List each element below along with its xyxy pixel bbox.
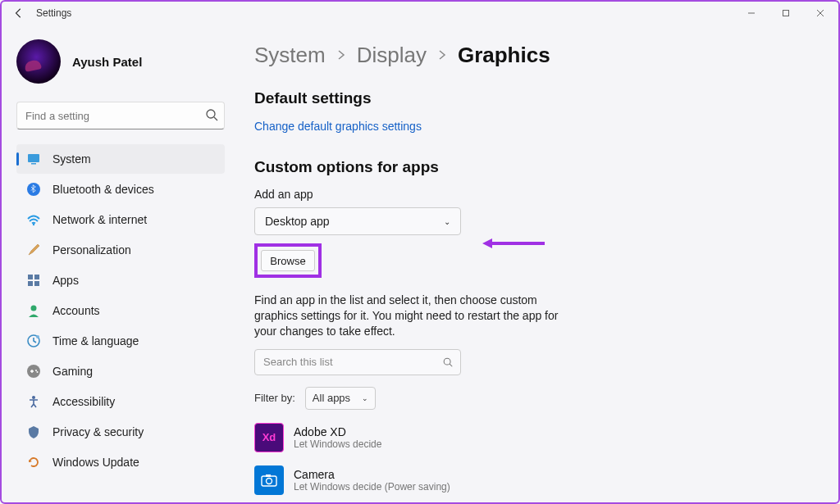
sidebar-item-label: Privacy & security bbox=[52, 425, 144, 438]
app-item[interactable]: Camera Let Windows decide (Power saving) bbox=[254, 465, 814, 495]
svg-line-21 bbox=[450, 364, 452, 366]
app-name: Camera bbox=[294, 468, 450, 481]
app-subtitle: Let Windows decide (Power saving) bbox=[294, 481, 450, 493]
svg-rect-22 bbox=[262, 476, 276, 486]
nav-list: System Bluetooth & devices Network & int… bbox=[16, 144, 225, 477]
svg-point-17 bbox=[37, 371, 39, 373]
sidebar-item-label: Accessibility bbox=[52, 395, 115, 408]
accessibility-icon bbox=[26, 394, 41, 409]
sidebar-item-update[interactable]: Windows Update bbox=[16, 447, 225, 477]
svg-point-20 bbox=[444, 358, 450, 365]
svg-rect-24 bbox=[266, 474, 271, 477]
search-input[interactable] bbox=[16, 102, 225, 129]
svg-rect-8 bbox=[28, 275, 33, 279]
breadcrumb-system[interactable]: System bbox=[254, 43, 326, 68]
breadcrumb: System Display Graphics bbox=[254, 43, 814, 68]
custom-options-heading: Custom options for apps bbox=[254, 158, 814, 176]
default-settings-heading: Default settings bbox=[254, 89, 814, 107]
svg-point-14 bbox=[36, 335, 39, 338]
sidebar-item-bluetooth[interactable]: Bluetooth & devices bbox=[16, 175, 225, 204]
svg-point-12 bbox=[31, 306, 37, 311]
main-content: System Display Graphics Default settings… bbox=[235, 25, 838, 502]
adobe-xd-icon: Xd bbox=[254, 423, 284, 452]
clock-icon bbox=[26, 334, 41, 348]
sidebar-item-label: Accounts bbox=[52, 304, 100, 317]
sidebar-item-label: Bluetooth & devices bbox=[52, 183, 154, 196]
chevron-right-icon bbox=[337, 49, 345, 62]
svg-rect-11 bbox=[34, 281, 39, 286]
svg-rect-5 bbox=[31, 163, 36, 165]
sidebar-item-personalization[interactable]: Personalization bbox=[16, 235, 225, 265]
sidebar-item-accessibility[interactable]: Accessibility bbox=[16, 387, 225, 416]
sidebar-item-label: Personalization bbox=[52, 243, 131, 257]
svg-rect-10 bbox=[28, 281, 33, 286]
person-icon bbox=[26, 303, 41, 318]
annotation-arrow-icon bbox=[481, 236, 546, 254]
avatar bbox=[16, 39, 61, 84]
chevron-down-icon: ⌄ bbox=[444, 217, 450, 226]
chevron-right-icon bbox=[438, 49, 446, 62]
search-list-input[interactable]: Search this list bbox=[254, 349, 461, 375]
sidebar-item-label: Apps bbox=[52, 274, 79, 287]
sidebar-item-label: System bbox=[52, 152, 91, 166]
filter-dropdown[interactable]: All apps ⌄ bbox=[305, 387, 376, 410]
camera-icon bbox=[254, 465, 284, 495]
app-item[interactable]: Xd Adobe XD Let Windows decide bbox=[254, 423, 814, 452]
sidebar-item-label: Network & internet bbox=[52, 213, 147, 226]
profile[interactable]: Ayush Patel bbox=[16, 39, 225, 84]
wifi-icon bbox=[26, 212, 41, 227]
minimize-button[interactable] bbox=[740, 5, 763, 21]
filter-row: Filter by: All apps ⌄ bbox=[254, 387, 814, 410]
window-title: Settings bbox=[36, 7, 71, 19]
shield-icon bbox=[26, 425, 41, 439]
sidebar: Ayush Patel System Bluetooth & devices bbox=[2, 25, 235, 502]
sidebar-item-network[interactable]: Network & internet bbox=[16, 205, 225, 234]
svg-point-16 bbox=[35, 370, 37, 371]
browse-button[interactable]: Browse bbox=[261, 250, 315, 271]
help-text: Find an app in the list and select it, t… bbox=[254, 293, 582, 339]
svg-point-23 bbox=[267, 478, 272, 484]
sidebar-item-label: Gaming bbox=[52, 365, 93, 378]
app-subtitle: Let Windows decide bbox=[294, 438, 381, 450]
add-app-dropdown[interactable]: Desktop app ⌄ bbox=[254, 207, 461, 235]
annotation-highlight: Browse bbox=[254, 243, 322, 278]
filter-label: Filter by: bbox=[254, 392, 295, 404]
settings-window: Settings Ayush Patel bbox=[0, 0, 840, 504]
svg-point-7 bbox=[33, 224, 34, 225]
sidebar-item-label: Time & language bbox=[52, 334, 139, 347]
sidebar-item-apps[interactable]: Apps bbox=[16, 266, 225, 295]
username: Ayush Patel bbox=[72, 55, 142, 69]
maximize-button[interactable] bbox=[774, 5, 797, 21]
close-button[interactable] bbox=[809, 5, 832, 21]
sidebar-item-time[interactable]: Time & language bbox=[16, 326, 225, 356]
change-default-link[interactable]: Change default graphics settings bbox=[254, 120, 422, 133]
svg-rect-9 bbox=[34, 275, 39, 279]
apps-icon bbox=[26, 273, 41, 288]
update-icon bbox=[26, 455, 41, 470]
svg-rect-1 bbox=[783, 11, 789, 16]
search-icon bbox=[442, 356, 454, 368]
sidebar-item-system[interactable]: System bbox=[16, 144, 225, 174]
svg-line-3 bbox=[214, 117, 217, 120]
sidebar-item-privacy[interactable]: Privacy & security bbox=[16, 417, 225, 447]
sidebar-item-label: Windows Update bbox=[52, 456, 139, 469]
sidebar-item-gaming[interactable]: Gaming bbox=[16, 356, 225, 386]
breadcrumb-display[interactable]: Display bbox=[357, 43, 427, 68]
app-name: Adobe XD bbox=[294, 425, 381, 438]
search-icon bbox=[205, 108, 218, 121]
svg-point-18 bbox=[32, 396, 35, 399]
svg-point-2 bbox=[207, 110, 215, 118]
search-list-placeholder: Search this list bbox=[263, 356, 333, 368]
search-container bbox=[16, 102, 225, 129]
add-app-label: Add an app bbox=[254, 188, 814, 201]
breadcrumb-current: Graphics bbox=[458, 43, 550, 68]
filter-value: All apps bbox=[313, 392, 350, 404]
dropdown-value: Desktop app bbox=[265, 215, 330, 228]
gaming-icon bbox=[26, 364, 41, 379]
svg-rect-4 bbox=[28, 154, 39, 162]
titlebar: Settings bbox=[2, 2, 838, 25]
back-button[interactable] bbox=[13, 7, 25, 19]
sidebar-item-accounts[interactable]: Accounts bbox=[16, 296, 225, 325]
chevron-down-icon: ⌄ bbox=[362, 394, 368, 402]
system-icon bbox=[26, 152, 41, 166]
